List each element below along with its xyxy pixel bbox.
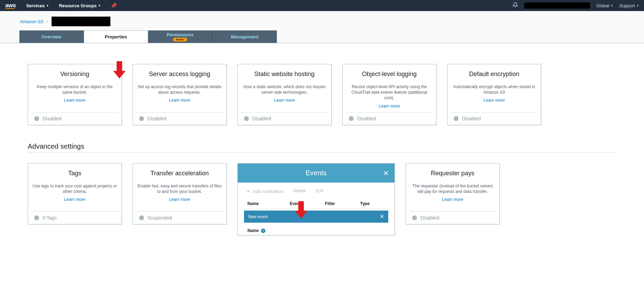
chevron-right-icon: › bbox=[47, 19, 48, 24]
properties-content: Versioning Keep multiple versions of an … bbox=[0, 43, 644, 273]
name-field-label: Name i bbox=[238, 226, 394, 235]
close-icon[interactable]: ✕ bbox=[380, 213, 384, 220]
notifications-icon[interactable] bbox=[513, 2, 518, 9]
learn-more-link[interactable]: Learn more bbox=[241, 98, 328, 103]
breadcrumb-root[interactable]: Amazon S3 bbox=[20, 19, 43, 24]
info-icon[interactable]: i bbox=[261, 229, 265, 233]
card-tags[interactable]: Tags Use tags to track your cost against… bbox=[28, 163, 122, 224]
resource-groups-menu[interactable]: Resource Groups▾ bbox=[59, 3, 100, 8]
support-menu[interactable]: Support▾ bbox=[619, 3, 639, 8]
divider bbox=[28, 152, 616, 153]
learn-more-link[interactable]: Learn more bbox=[136, 98, 223, 103]
learn-more-link[interactable]: Learn more bbox=[346, 104, 433, 109]
card-transfer-acceleration[interactable]: Transfer acceleration Enable fast, easy … bbox=[133, 163, 227, 224]
status-dot-icon bbox=[139, 116, 144, 121]
status-dot-icon bbox=[34, 116, 39, 121]
add-notification-button[interactable]: ＋ Add notification bbox=[246, 188, 283, 194]
status-dot-icon bbox=[244, 116, 249, 121]
card-server-access-logging[interactable]: Server access logging Set up access log … bbox=[133, 64, 227, 125]
card-static-website-hosting[interactable]: Static website hosting Host a static web… bbox=[237, 64, 332, 125]
advanced-settings-row: Tags Use tags to track your cost against… bbox=[28, 163, 616, 235]
public-badge: Public bbox=[173, 38, 187, 41]
learn-more-link[interactable]: Learn more bbox=[31, 197, 118, 202]
services-menu[interactable]: Services▾ bbox=[26, 3, 49, 8]
region-menu[interactable]: Global▾ bbox=[596, 3, 613, 8]
table-header-row: Name Events Filter Type bbox=[244, 198, 388, 209]
plus-icon: ＋ bbox=[246, 188, 251, 194]
card-object-level-logging[interactable]: Object-level logging Record object-level… bbox=[342, 64, 436, 125]
annotation-arrow bbox=[298, 201, 307, 219]
tab-management[interactable]: Management bbox=[212, 30, 277, 43]
card-events-expanded: Events ✕ ＋ Add notification Delete Edit … bbox=[237, 163, 395, 235]
bucket-name-redacted bbox=[52, 17, 110, 26]
status-dot-icon bbox=[349, 116, 354, 121]
tab-permissions[interactable]: Permissions Public bbox=[148, 30, 212, 43]
pin-icon[interactable]: 📌 bbox=[111, 3, 117, 8]
delete-button[interactable]: Delete bbox=[293, 188, 306, 194]
tab-properties[interactable]: Properties bbox=[84, 30, 148, 43]
advanced-settings-heading: Advanced settings bbox=[28, 142, 616, 150]
tab-overview[interactable]: Overview bbox=[19, 30, 84, 43]
card-versioning[interactable]: Versioning Keep multiple versions of an … bbox=[28, 64, 122, 125]
tab-bar: Overview Properties Permissions Public M… bbox=[0, 26, 644, 43]
events-toolbar: ＋ Add notification Delete Edit bbox=[238, 183, 394, 198]
nav-right: Global▾ Support▾ bbox=[513, 2, 639, 9]
learn-more-link[interactable]: Learn more bbox=[136, 197, 223, 202]
chevron-down-icon: ▾ bbox=[47, 4, 48, 7]
account-redacted[interactable] bbox=[524, 2, 590, 9]
chevron-down-icon: ▾ bbox=[99, 4, 100, 7]
breadcrumb: Amazon S3 › bbox=[0, 11, 644, 26]
learn-more-link[interactable]: Learn more bbox=[409, 197, 496, 202]
events-panel-header: Events ✕ bbox=[238, 164, 394, 183]
status-dot-icon bbox=[139, 215, 144, 220]
new-event-row: New event ✕ bbox=[244, 211, 388, 223]
close-icon[interactable]: ✕ bbox=[383, 169, 389, 177]
edit-button[interactable]: Edit bbox=[316, 188, 323, 194]
status-dot-icon bbox=[454, 116, 459, 121]
status-dot-icon bbox=[412, 215, 417, 220]
global-nav: aws Services▾ Resource Groups▾ 📌 Global▾… bbox=[0, 0, 644, 11]
chevron-down-icon: ▾ bbox=[611, 4, 613, 7]
annotation-arrow bbox=[117, 61, 126, 78]
nav-left: aws Services▾ Resource Groups▾ 📌 bbox=[5, 2, 117, 9]
learn-more-link[interactable]: Learn more bbox=[451, 98, 537, 103]
aws-logo[interactable]: aws bbox=[5, 2, 16, 9]
learn-more-link[interactable]: Learn more bbox=[31, 98, 118, 103]
chevron-down-icon: ▾ bbox=[637, 4, 639, 7]
status-dot-icon bbox=[34, 215, 39, 220]
card-requester-pays[interactable]: Requester pays The requester (instead of… bbox=[406, 163, 500, 224]
events-table: Name Events Filter Type bbox=[244, 198, 388, 209]
card-default-encryption[interactable]: Default encryption Automatically encrypt… bbox=[447, 64, 541, 125]
